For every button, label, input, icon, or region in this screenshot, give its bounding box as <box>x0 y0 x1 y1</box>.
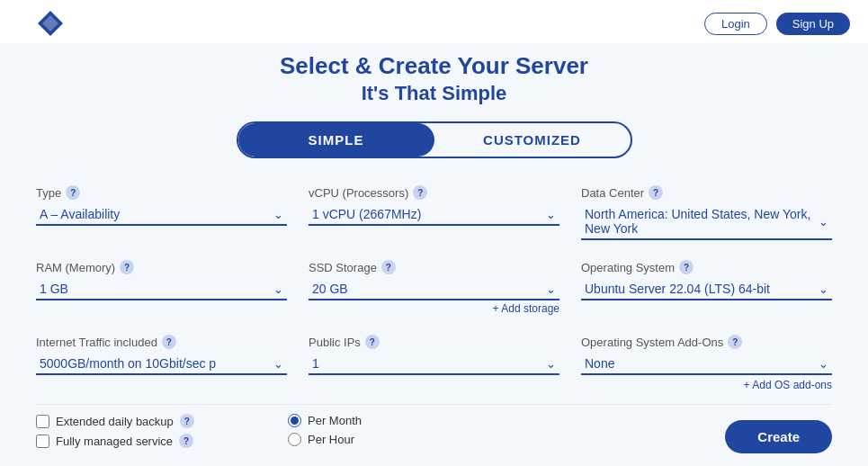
datacenter-select[interactable]: North America: United States, New York, … <box>581 204 832 240</box>
vcpu-help-icon[interactable]: ? <box>413 185 427 200</box>
extended-backup-help-icon[interactable]: ? <box>180 414 194 428</box>
os-label: Operating System <box>581 261 675 274</box>
ssd-label-row: SSD Storage ? <box>309 260 559 274</box>
ssd-field: SSD Storage ? 20 GB ⌄ + Add storage <box>309 253 559 318</box>
os-addons-chevron-icon: ⌄ <box>819 357 828 371</box>
hero-title-line1: Select & Create Your Server <box>36 52 832 80</box>
os-addons-help-icon[interactable]: ? <box>728 335 742 349</box>
os-help-icon[interactable]: ? <box>679 260 694 274</box>
form-row-3: Internet Traffic included ? 5000GB/month… <box>36 327 832 395</box>
vcpu-label-row: vCPU (Processors) ? <box>309 185 559 200</box>
type-help-icon[interactable]: ? <box>66 185 80 200</box>
os-chevron-icon: ⌄ <box>819 282 828 296</box>
os-value: Ubuntu Server 22.04 (LTS) 64-bit <box>585 282 770 296</box>
create-button[interactable]: Create <box>725 420 832 453</box>
type-select[interactable]: A – Availability ⌄ <box>36 204 287 226</box>
vcpu-select[interactable]: 1 vCPU (2667MHz) ⌄ <box>309 204 559 226</box>
os-addons-label: Operating System Add-Ons <box>581 336 723 349</box>
datacenter-label: Data Center <box>581 186 644 200</box>
radio-col: Per Month Per Hour <box>288 414 504 453</box>
type-value: A – Availability <box>40 207 120 221</box>
type-label: Type <box>36 186 61 200</box>
ram-label-row: RAM (Memory) ? <box>36 260 287 274</box>
per-hour-label: Per Hour <box>308 433 354 446</box>
vcpu-field: vCPU (Processors) ? 1 vCPU (2667MHz) ⌄ <box>309 178 559 244</box>
traffic-chevron-icon: ⌄ <box>273 357 283 371</box>
hero-title-line2: It's That Simple <box>36 82 832 105</box>
ssd-select[interactable]: 20 GB ⌄ <box>309 279 559 300</box>
per-month-row: Per Month <box>288 414 504 427</box>
traffic-label-row: Internet Traffic included ? <box>36 335 287 349</box>
checkbox-col: Extended daily backup ? Fully managed se… <box>36 414 252 453</box>
extended-backup-label: Extended daily backup <box>56 415 174 428</box>
top-bar-buttons: Login Sign Up <box>704 13 850 35</box>
vcpu-value: 1 vCPU (2667MHz) <box>312 207 421 221</box>
ssd-chevron-icon: ⌄ <box>546 282 556 296</box>
public-ips-help-icon[interactable]: ? <box>365 335 380 349</box>
toggle-container: SIMPLE CUSTOMIZED <box>237 121 632 158</box>
per-hour-radio[interactable] <box>288 433 301 446</box>
traffic-select[interactable]: 5000GB/month on 10Gbit/sec p ⌄ <box>36 354 287 375</box>
os-select[interactable]: Ubuntu Server 22.04 (LTS) 64-bit ⌄ <box>581 279 832 300</box>
type-chevron-icon: ⌄ <box>273 208 283 221</box>
extended-backup-checkbox[interactable] <box>36 415 49 428</box>
os-addons-select[interactable]: None ⌄ <box>581 354 832 375</box>
form-row-1: Type ? A – Availability ⌄ vCPU (Processo… <box>36 178 832 244</box>
ram-select[interactable]: 1 GB ⌄ <box>36 279 287 300</box>
toggle-row: SIMPLE CUSTOMIZED <box>36 121 832 158</box>
ssd-value: 20 GB <box>312 282 348 296</box>
toggle-customized[interactable]: CUSTOMIZED <box>434 123 631 157</box>
traffic-label: Internet Traffic included <box>36 336 157 349</box>
public-ips-label: Public IPs <box>309 336 361 349</box>
os-addons-value: None <box>585 356 614 371</box>
top-bar: Login Sign Up <box>0 0 868 43</box>
public-ips-chevron-icon: ⌄ <box>546 357 556 371</box>
os-addons-field: Operating System Add-Ons ? None ⌄ + Add … <box>581 327 832 395</box>
ssd-label: SSD Storage <box>309 261 377 274</box>
ram-help-icon[interactable]: ? <box>120 260 134 274</box>
add-storage-link[interactable]: + Add storage <box>309 302 559 315</box>
public-ips-field: Public IPs ? 1 ⌄ <box>309 327 559 395</box>
toggle-simple[interactable]: SIMPLE <box>238 123 434 157</box>
type-label-row: Type ? <box>36 185 287 200</box>
datacenter-value: North America: United States, New York, … <box>585 207 819 236</box>
ram-field: RAM (Memory) ? 1 GB ⌄ <box>36 253 287 318</box>
os-addons-label-row: Operating System Add-Ons ? <box>581 335 832 349</box>
vcpu-chevron-icon: ⌄ <box>546 208 556 221</box>
ram-chevron-icon: ⌄ <box>273 282 283 296</box>
create-btn-area: Create <box>540 414 832 453</box>
bottom-section: Extended daily backup ? Fully managed se… <box>36 404 832 453</box>
per-month-radio[interactable] <box>288 414 301 427</box>
extended-backup-row: Extended daily backup ? <box>36 414 252 428</box>
fully-managed-row: Fully managed service ? <box>36 434 252 448</box>
ssd-help-icon[interactable]: ? <box>381 260 396 274</box>
per-hour-row: Per Hour <box>288 433 504 446</box>
os-field: Operating System ? Ubuntu Server 22.04 (… <box>581 253 832 318</box>
fully-managed-help-icon[interactable]: ? <box>179 434 193 448</box>
datacenter-label-row: Data Center ? <box>581 185 832 200</box>
traffic-value: 5000GB/month on 10Gbit/sec p <box>40 356 216 371</box>
public-ips-select[interactable]: 1 ⌄ <box>309 354 559 375</box>
ram-label: RAM (Memory) <box>36 261 115 274</box>
os-label-row: Operating System ? <box>581 260 832 274</box>
fully-managed-checkbox[interactable] <box>36 435 49 448</box>
datacenter-field: Data Center ? North America: United Stat… <box>581 178 832 244</box>
traffic-field: Internet Traffic included ? 5000GB/month… <box>36 327 287 395</box>
traffic-help-icon[interactable]: ? <box>162 335 176 349</box>
ram-value: 1 GB <box>40 282 68 296</box>
public-ips-label-row: Public IPs ? <box>309 335 559 349</box>
logo-area <box>18 4 83 43</box>
form-row-2: RAM (Memory) ? 1 GB ⌄ SSD Storage ? 20 G… <box>36 253 832 318</box>
public-ips-value: 1 <box>312 356 319 371</box>
signup-button[interactable]: Sign Up <box>776 13 850 35</box>
datacenter-chevron-icon: ⌄ <box>819 215 828 229</box>
add-os-addons-area: + Add OS add-ons <box>581 375 832 391</box>
logo-icon <box>36 9 65 38</box>
per-month-label: Per Month <box>308 414 362 427</box>
add-os-addons-link[interactable]: + Add OS add-ons <box>581 379 832 391</box>
vcpu-label: vCPU (Processors) <box>309 186 408 200</box>
type-field: Type ? A – Availability ⌄ <box>36 178 287 244</box>
fully-managed-label: Fully managed service <box>56 435 173 448</box>
login-button[interactable]: Login <box>704 13 767 35</box>
datacenter-help-icon[interactable]: ? <box>649 185 663 200</box>
